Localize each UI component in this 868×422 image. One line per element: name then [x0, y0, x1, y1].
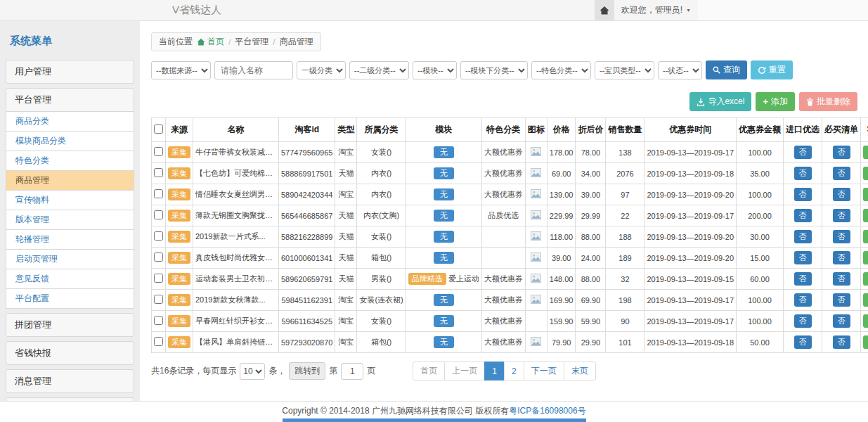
page-number-input[interactable]	[341, 363, 363, 380]
import-excel-button[interactable]: 导入excel	[689, 92, 751, 111]
status-button[interactable]: 上架	[863, 188, 868, 201]
must-buy-toggle[interactable]: 否	[833, 230, 850, 243]
status-button[interactable]: 上架	[863, 335, 868, 349]
coupon-time: 2019-09-13—2019-09-15	[644, 269, 737, 290]
must-buy-toggle[interactable]: 否	[833, 335, 850, 349]
user-menu[interactable]: 欢迎您，管理员! ▼	[614, 4, 698, 16]
status-button[interactable]: 上架	[863, 209, 868, 222]
must-buy-toggle[interactable]: 否	[833, 209, 850, 222]
jump-button[interactable]: 跳转到	[289, 362, 325, 380]
source-badge: 采集	[168, 210, 190, 222]
plus-icon: +	[763, 98, 768, 106]
sidebar-subitem-10[interactable]: 意见反馈	[6, 269, 134, 289]
filter-select-5[interactable]: --宝贝类型--	[595, 61, 654, 79]
filter-select-0[interactable]: 一级分类	[297, 61, 346, 79]
taoke-id: 596611634525	[279, 311, 335, 332]
import-select-toggle[interactable]: 否	[794, 272, 812, 286]
must-buy-toggle[interactable]: 否	[833, 167, 850, 180]
data-source-select[interactable]: --数据来源--	[151, 61, 211, 79]
row-checkbox[interactable]	[154, 168, 163, 177]
sidebar-item-0[interactable]: 用户管理	[6, 60, 134, 84]
table-header-row: 来源名称淘客id类型所属分类模块特色分类图标价格折后价销售数量优惠券时间优惠券金…	[152, 118, 868, 142]
pager-button[interactable]: 上一页	[444, 362, 485, 381]
row-checkbox[interactable]	[154, 274, 163, 283]
must-buy-toggle[interactable]: 否	[833, 188, 850, 201]
filter-select-4[interactable]: --特色分类--	[531, 61, 591, 79]
batch-delete-button[interactable]: 批量删除	[799, 92, 857, 111]
status-button[interactable]: 上架	[863, 272, 868, 286]
sidebar-subitem-5[interactable]: 商品管理	[6, 171, 134, 191]
topbar-home-button[interactable]	[595, 0, 614, 20]
per-page-select[interactable]: 10	[240, 363, 265, 380]
image-icon	[531, 189, 541, 198]
must-buy-toggle[interactable]: 否	[833, 272, 850, 286]
search-button[interactable]: 查询	[706, 60, 747, 79]
breadcrumb-section[interactable]: 平台管理	[235, 36, 268, 48]
sidebar-subitem-4[interactable]: 特色分类	[6, 151, 134, 171]
sidebar-item-12[interactable]: 拼团管理	[6, 313, 134, 337]
filter-select-1[interactable]: --二级分类--	[349, 61, 409, 79]
name-search-input[interactable]	[214, 61, 293, 79]
pager-button[interactable]: 首页	[413, 362, 445, 381]
category: 女装()	[357, 311, 406, 332]
import-select-toggle[interactable]: 否	[794, 209, 812, 222]
filter-select-6[interactable]: --状态--	[658, 61, 702, 79]
row-checkbox[interactable]	[154, 231, 163, 241]
sidebar-subitem-6[interactable]: 宣传物料	[6, 191, 134, 210]
sidebar-subitem-7[interactable]: 版本管理	[6, 210, 134, 230]
sidebar: 系统菜单 用户管理平台管理商品分类模块商品分类特色分类商品管理宣传物料版本管理轮…	[6, 25, 134, 401]
import-select-toggle[interactable]: 否	[794, 167, 812, 180]
must-buy-toggle[interactable]: 否	[833, 314, 850, 328]
row-checkbox[interactable]	[154, 210, 163, 219]
import-select-toggle[interactable]: 否	[794, 314, 812, 328]
status-button[interactable]: 上架	[863, 167, 868, 180]
filter-select-2[interactable]: --模块--	[413, 61, 457, 79]
table-row: 采集【七色纺】可爱纯棉家...588869917501天猫内衣()无大额优惠券6…	[152, 163, 868, 184]
taoke-id: 589620659791	[279, 269, 335, 290]
coupon-time: 2019-09-13—2019-09-17	[644, 142, 737, 163]
feature-category	[481, 226, 525, 248]
import-select-toggle[interactable]: 否	[794, 230, 812, 243]
pager-button[interactable]: 2	[504, 362, 524, 381]
reset-button[interactable]: 重置	[751, 60, 793, 79]
sidebar-subitem-11[interactable]: 平台配置	[6, 289, 134, 309]
sidebar-subitem-8[interactable]: 轮播管理	[6, 230, 134, 250]
pager-button[interactable]: 末页	[564, 362, 596, 381]
row-checkbox[interactable]	[154, 147, 163, 156]
filter-select-3[interactable]: --模块下分类--	[460, 61, 528, 79]
icp-link[interactable]: 粤ICP备16098006号	[509, 406, 585, 416]
sidebar-item-13[interactable]: 省钱快报	[6, 341, 134, 365]
import-select-toggle[interactable]: 否	[794, 335, 812, 349]
must-buy-toggle[interactable]: 否	[833, 146, 850, 159]
import-select-toggle[interactable]: 否	[794, 293, 812, 307]
must-buy-toggle[interactable]: 否	[833, 251, 850, 264]
row-checkbox[interactable]	[154, 252, 163, 262]
status-button[interactable]: 上架	[863, 251, 868, 264]
import-select-toggle[interactable]: 否	[794, 251, 812, 264]
select-all-checkbox[interactable]	[154, 124, 163, 134]
sidebar-subitem-9[interactable]: 启动页管理	[6, 250, 134, 269]
sidebar-item-14[interactable]: 消息管理	[6, 369, 134, 393]
must-buy-toggle[interactable]: 否	[833, 293, 850, 307]
import-select-toggle[interactable]: 否	[794, 188, 812, 201]
import-select-toggle[interactable]: 否	[794, 146, 812, 159]
row-checkbox[interactable]	[154, 189, 163, 198]
icon-cell	[525, 248, 547, 269]
sidebar-item-1[interactable]: 平台管理	[6, 88, 134, 112]
status-button[interactable]: 上架	[863, 146, 868, 159]
status-button[interactable]: 上架	[863, 230, 868, 243]
breadcrumb-prefix: 当前位置	[159, 36, 193, 48]
add-button[interactable]: + 添加	[756, 92, 795, 111]
sidebar-subitem-3[interactable]: 模块商品分类	[6, 132, 134, 151]
product-name: 运动套装男士卫衣初秋...	[193, 269, 279, 290]
pager-button[interactable]: 1	[484, 362, 505, 381]
status-button[interactable]: 上架	[863, 314, 868, 328]
row-checkbox[interactable]	[154, 295, 163, 304]
status-button[interactable]: 上架	[863, 293, 868, 307]
pager-button[interactable]: 下一页	[524, 362, 564, 381]
row-checkbox[interactable]	[154, 316, 163, 325]
topbar-right-area	[698, 0, 868, 20]
row-checkbox[interactable]	[154, 337, 163, 346]
sidebar-subitem-2[interactable]: 商品分类	[6, 112, 134, 132]
breadcrumb-home-link[interactable]: 首页	[197, 36, 224, 48]
